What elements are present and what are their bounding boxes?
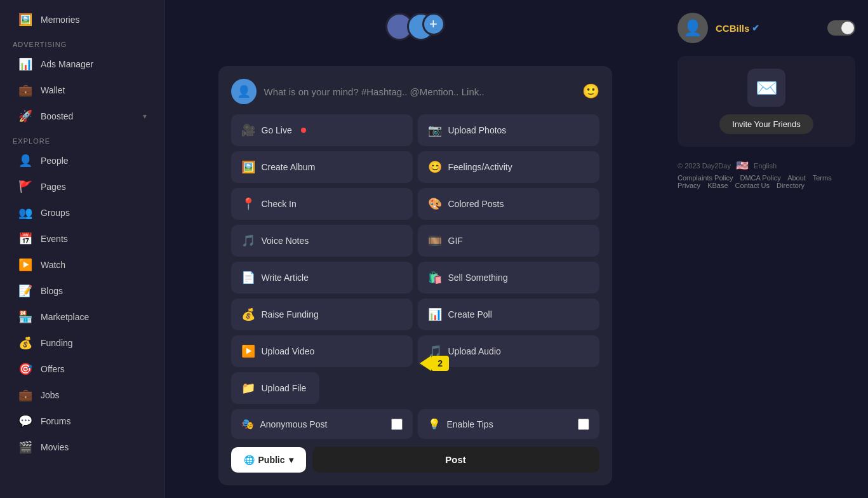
sell-something-button[interactable]: 🛍️ Sell Something — [418, 262, 599, 293]
sidebar-item-people[interactable]: 👤 People — [5, 148, 159, 173]
annotation-arrow: 2 — [420, 356, 449, 371]
sidebar-item-ads-manager[interactable]: 📊 Ads Manager — [5, 51, 159, 77]
groups-icon: 👥 — [18, 206, 33, 220]
composer-header: 👤 What is on your mind? #Hashtag.. @Ment… — [231, 79, 599, 104]
right-sidebar: 👤 CCBills ✔ ✉️ Invite Your Friends © 202… — [665, 0, 868, 498]
sidebar-item-jobs[interactable]: 💼 Jobs — [5, 382, 159, 408]
feelings-activity-label: Feelings/Activity — [448, 162, 512, 172]
sidebar-item-label: Wallet — [41, 85, 147, 95]
directory-link[interactable]: Directory — [777, 182, 805, 189]
public-label: Public — [258, 455, 285, 465]
dmca-policy-link[interactable]: DMCA Policy — [740, 174, 780, 182]
upload-file-button[interactable]: 📁 Upload File — [231, 372, 319, 404]
colored-posts-button[interactable]: 🎨 Colored Posts — [418, 188, 599, 220]
create-album-button[interactable]: 🖼️ Create Album — [231, 151, 413, 183]
upload-photos-label: Upload Photos — [448, 125, 507, 135]
anonymous-post-checkbox[interactable] — [391, 419, 403, 430]
add-story-button[interactable]: + — [422, 13, 445, 36]
contact-us-link[interactable]: Contact Us — [735, 182, 770, 189]
sidebar-item-forums[interactable]: 💬 Forums — [5, 408, 159, 434]
annotation-badge: 2 — [431, 356, 449, 371]
upload-photos-button[interactable]: 📷 Upload Photos — [418, 114, 599, 146]
gif-label: GIF — [448, 236, 463, 246]
go-live-button[interactable]: 🎥 Go Live — [231, 114, 413, 146]
footer-links-row-2: Privacy KBase Contact Us Directory — [678, 182, 855, 189]
go-live-label: Go Live — [262, 125, 292, 135]
sidebar-item-offers[interactable]: 🎯 Offers — [5, 356, 159, 382]
complaints-policy-link[interactable]: Complaints Policy — [678, 174, 733, 182]
marketplace-icon: 🏪 — [18, 310, 33, 324]
upload-video-label: Upload Video — [262, 346, 315, 356]
terms-link[interactable]: Terms — [813, 174, 832, 182]
anonymous-post-toggle-container: 🎭 Anonymous Post — [231, 409, 413, 439]
sidebar-item-label: Movies — [41, 442, 147, 452]
raise-funding-label: Raise Funding — [262, 309, 319, 320]
sell-something-icon: 🛍️ — [428, 271, 442, 285]
sidebar-item-movies[interactable]: 🎬 Movies — [5, 434, 159, 460]
mail-icon: ✉️ — [747, 69, 785, 107]
write-article-button[interactable]: 📄 Write Article — [231, 262, 413, 293]
upload-audio-label: Upload Audio — [448, 346, 501, 356]
sidebar-item-pages[interactable]: 🚩 Pages — [5, 174, 159, 199]
feelings-activity-button[interactable]: 😊 Feelings/Activity — [418, 151, 599, 183]
profile-name: CCBills — [716, 23, 749, 34]
jobs-icon: 💼 — [18, 388, 33, 402]
advertising-section-label: ADVERTISING — [0, 33, 164, 51]
user-avatar: 👤 — [231, 79, 257, 104]
offers-icon: 🎯 — [18, 362, 33, 376]
sidebar-item-label: Ads Manager — [41, 59, 147, 69]
kbase-link[interactable]: KBase — [707, 182, 728, 189]
sidebar-item-watch[interactable]: ▶️ Watch — [5, 252, 159, 278]
footer-copyright-row: © 2023 Day2Day 🇺🇸 English — [678, 159, 855, 172]
composer-placeholder[interactable]: What is on your mind? #Hashtag.. @Mentio… — [264, 86, 575, 97]
sidebar: 🖼️ Memories ADVERTISING 📊 Ads Manager 💼 … — [0, 0, 165, 498]
enable-tips-checkbox[interactable] — [578, 419, 589, 430]
upload-video-icon: ▶️ — [241, 344, 255, 358]
sidebar-item-memories[interactable]: 🖼️ Memories — [5, 7, 159, 32]
sidebar-item-label: Forums — [41, 416, 147, 426]
sidebar-item-boosted[interactable]: 🚀 Boosted ▾ — [5, 104, 159, 129]
sidebar-item-label: Jobs — [41, 390, 147, 400]
anonymous-post-icon: 🎭 — [241, 418, 254, 430]
sidebar-item-events[interactable]: 📅 Events — [5, 226, 159, 252]
action-buttons-grid: 🎥 Go Live 📷 Upload Photos 🖼️ Create Albu… — [231, 114, 599, 404]
movies-icon: 🎬 — [18, 440, 33, 454]
sidebar-item-wallet[interactable]: 💼 Wallet — [5, 77, 159, 103]
create-poll-icon: 📊 — [428, 307, 442, 321]
voice-notes-button[interactable]: 🎵 Voice Notes — [231, 225, 413, 257]
about-link[interactable]: About — [787, 174, 806, 182]
upload-file-label: Upload File — [262, 383, 307, 393]
sidebar-item-blogs[interactable]: 📝 Blogs — [5, 278, 159, 304]
events-icon: 📅 — [18, 232, 33, 246]
post-composer: 👤 What is on your mind? #Hashtag.. @Ment… — [218, 66, 612, 485]
check-in-button[interactable]: 📍 Check In — [231, 188, 413, 220]
sidebar-item-funding[interactable]: 💰 Funding — [5, 330, 159, 356]
enable-tips-label: Enable Tips — [447, 419, 571, 429]
boosted-icon: 🚀 — [18, 109, 33, 123]
wallet-icon: 💼 — [18, 83, 33, 97]
create-poll-label: Create Poll — [448, 309, 492, 320]
audience-selector-button[interactable]: 🌐 Public ▾ — [231, 447, 306, 473]
gif-button[interactable]: 🎞️ GIF — [418, 225, 599, 257]
write-article-label: Write Article — [262, 273, 309, 283]
create-poll-button[interactable]: 📊 Create Poll — [418, 299, 599, 330]
privacy-link[interactable]: Privacy — [678, 182, 700, 189]
sidebar-item-label: People — [41, 156, 147, 166]
sidebar-item-groups[interactable]: 👥 Groups — [5, 200, 159, 225]
sidebar-item-marketplace[interactable]: 🏪 Marketplace — [5, 304, 159, 330]
sidebar-item-label: Events — [41, 234, 147, 244]
emoji-picker-button[interactable]: 🙂 — [582, 83, 599, 100]
sidebar-item-label: Funding — [41, 338, 147, 348]
sidebar-item-label: Marketplace — [41, 312, 147, 322]
raise-funding-button[interactable]: 💰 Raise Funding — [231, 299, 413, 330]
sidebar-item-label: Groups — [41, 208, 147, 218]
voice-notes-label: Voice Notes — [262, 236, 309, 246]
ads-manager-icon: 📊 — [18, 57, 33, 71]
forums-icon: 💬 — [18, 414, 33, 428]
voice-notes-icon: 🎵 — [241, 234, 255, 248]
upload-video-button[interactable]: ▶️ Upload Video — [231, 335, 413, 367]
post-button[interactable]: Post — [312, 447, 599, 473]
invite-friends-button[interactable]: Invite Your Friends — [719, 114, 813, 134]
sidebar-item-label: Blogs — [41, 286, 147, 296]
profile-toggle-switch[interactable] — [827, 20, 855, 36]
